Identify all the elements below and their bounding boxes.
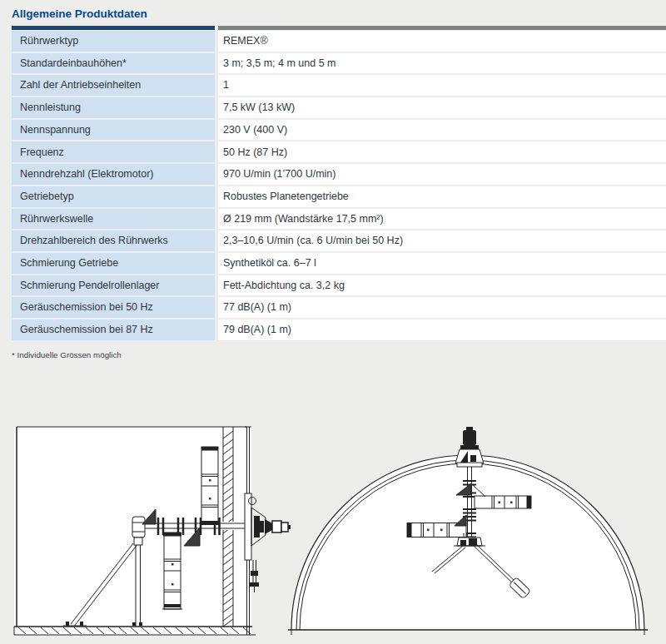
right-paddle-arm [475,496,531,508]
spec-label: Getriebetyp [12,186,215,207]
header-bar-gray-segment [218,26,666,30]
table-row: RührwerktypREMEX® [12,31,666,52]
spec-value: 79 dB(A) (1 m) [218,320,666,340]
spec-value: 3 m; 3,5 m; 4 m und 5 m [218,53,666,74]
table-row: Geräuschemission bei 87 Hz79 dB(A) (1 m) [12,320,666,340]
table-row: Nennleistung7,5 kW (13 kW) [12,97,666,118]
table-row: Zahl der Antriebseinheiten1 [12,75,666,96]
lower-paddle-blade [162,533,182,609]
spec-value: 50 Hz (87 Hz) [218,141,666,162]
table-row: Nenndrehzahl (Elektromotor)970 U/min (1’… [12,164,666,185]
spec-label: Geräuschemission bei 50 Hz [12,297,215,318]
page-title: Allgemeine Produktdaten [12,7,147,20]
table-row: RührwerkswelleØ 219 mm (Wandstärke 17,5 … [12,209,666,230]
spec-label: Rührwerkswelle [12,209,215,230]
spec-label: Nennleistung [12,97,215,118]
spec-value: Synthetiköl ca. 6–7 l [218,253,666,274]
spec-value: Ø 219 mm (Wandstärke 17,5 mm²) [218,209,666,230]
spec-value: 970 U/min (1’700 U/min) [218,164,666,185]
spec-value: REMEX® [218,31,666,52]
spec-label: Schmierung Getriebe [12,253,215,274]
drive-motor-assembly [245,493,291,592]
spec-value: Fett-Abdichtung ca. 3,2 kg [218,275,666,296]
product-datasheet-page: { "page": { "title": "Allgemeine Produkt… [0,0,666,644]
spec-label: Zahl der Antriebseinheiten [12,75,215,96]
table-row: Standardeinbauhöhen*3 m; 3,5 m; 4 m und … [12,53,666,74]
table-header-bar [12,26,666,30]
spec-value: 230 V (400 V) [218,120,666,141]
spec-label: Nennspannung [12,120,215,141]
spec-value: 2,3–10,6 U/min (ca. 6 U/min bei 50 Hz) [218,230,666,251]
table-row: Nennspannung230 V (400 V) [12,120,666,141]
spec-value: 77 dB(A) (1 m) [218,297,666,318]
upper-paddle-blade [201,447,219,525]
spec-value: 1 [218,75,666,96]
spec-label: Nenndrehzahl (Elektromotor) [12,164,215,185]
table-row: Schmierung GetriebeSynthetiköl ca. 6–7 l [12,253,666,274]
spec-label: Frequenz [12,141,215,162]
table-row: Drehzahlbereich des Rührwerks2,3–10,6 U/… [12,230,666,251]
table-row: Schmierung PendelrollenlagerFett-Abdicht… [12,275,666,296]
footnote: * Individuelle Grössen möglich [12,350,122,359]
wall-mounted-agitator-side-view-drawing [14,427,291,635]
spec-label: Standardeinbauhöhen* [12,53,215,74]
top-motor [455,427,484,467]
spec-label: Schmierung Pendelrollenlager [12,275,215,296]
spec-value: 7,5 kW (13 kW) [218,97,666,118]
spec-value: Robustes Planetengetriebe [218,186,666,207]
spec-label: Drehzahlbereich des Rührwerks [12,230,215,251]
table-row: GetriebetypRobustes Planetengetriebe [12,186,666,207]
table-row: Frequenz50 Hz (87 Hz) [12,141,666,162]
product-data-table-rows: RührwerktypREMEX®Standardeinbauhöhen*3 m… [12,31,666,340]
dome-tank-agitator-cross-section-drawing [288,427,648,635]
spec-label: Geräuschemission bei 87 Hz [12,320,215,340]
pedestal-bearing [132,517,145,537]
header-bar-navy-segment [12,26,215,30]
table-row: Geräuschemission bei 50 Hz77 dB(A) (1 m) [12,297,666,318]
technical-drawings [0,416,666,644]
spec-label: Rührwerktyp [12,31,215,52]
product-data-table: RührwerktypREMEX®Standardeinbauhöhen*3 m… [12,26,666,342]
